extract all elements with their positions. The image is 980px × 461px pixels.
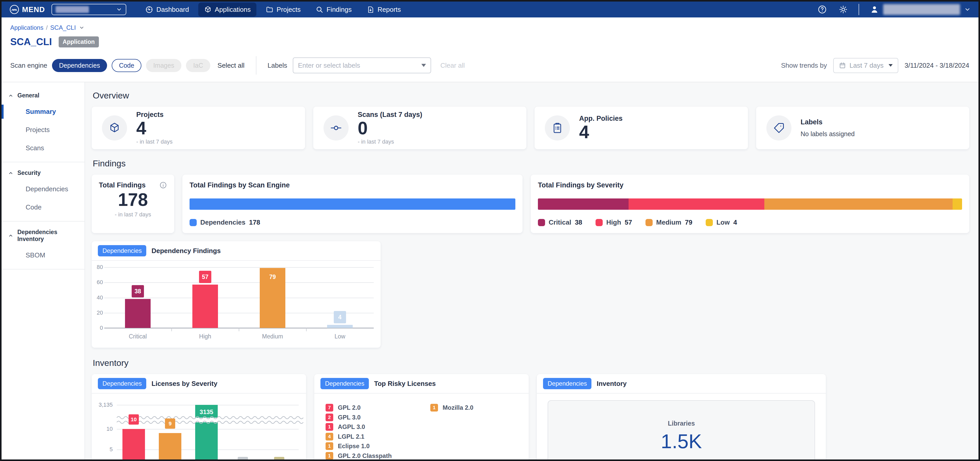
severity-segment-high: [628, 198, 764, 210]
risky-license-row: 1Mozilla 2.0: [430, 404, 473, 412]
app-window: MEND Dashboard Applications Projects Fin…: [0, 0, 980, 461]
nav-right: [818, 4, 971, 15]
projects-count: 4: [136, 119, 173, 137]
legend-swatch: [646, 219, 653, 226]
app-policies-count: 4: [579, 123, 623, 141]
nav-item-label: Reports: [377, 6, 401, 14]
nav-item-reports[interactable]: Reports: [361, 3, 407, 17]
help-icon[interactable]: [818, 5, 827, 14]
overview-section-title: Overview: [93, 91, 969, 100]
engine-bar: [189, 198, 515, 210]
clipboard-icon: [545, 115, 570, 140]
show-trends-label: Show trends by: [781, 62, 827, 70]
labels-label: Labels: [268, 62, 287, 70]
sidebar-group-dependencies-inventory[interactable]: Dependencies Inventory: [2, 225, 84, 246]
sidebar-group-security[interactable]: Security: [2, 166, 84, 180]
severity-stacked-bar: [538, 198, 962, 210]
license-name: GPL 2.0: [338, 404, 361, 411]
libraries-metric-box: Libraries 1.5K: [547, 400, 815, 459]
license-count-badge: 1: [326, 452, 333, 460]
dependencies-chip: Dependencies: [320, 378, 369, 389]
engine-pill-dependencies[interactable]: Dependencies: [52, 59, 107, 72]
license-count-badge: 7: [326, 404, 333, 412]
dropdown-caret-icon: [889, 64, 892, 67]
info-icon[interactable]: [159, 181, 167, 189]
dependencies-chip: Dependencies: [543, 378, 592, 389]
chevron-up-icon: [8, 93, 13, 98]
risky-license-row: 1GPL 2.0 Classpath: [326, 452, 391, 460]
license-name: Mozilla 2.0: [442, 404, 473, 411]
nav-item-label: Dashboard: [156, 6, 189, 14]
sidebar-item-sbom[interactable]: SBOM: [2, 246, 84, 264]
application-type-badge: Application: [59, 37, 99, 48]
chevron-down-icon[interactable]: [79, 25, 84, 30]
nav-item-dashboard[interactable]: Dashboard: [140, 3, 194, 17]
libraries-value: 1.5K: [661, 430, 702, 453]
legend-swatch: [706, 219, 713, 226]
dependency-findings-panel: Dependencies Dependency Findings 0204060…: [92, 241, 381, 348]
license-name: LGPL 2.1: [338, 433, 364, 440]
breadcrumb-applications[interactable]: Applications: [10, 24, 43, 31]
engine-pill-code[interactable]: Code: [112, 59, 142, 72]
org-selector[interactable]: [51, 4, 126, 15]
sidebar-item-dependencies[interactable]: Dependencies: [2, 180, 84, 198]
select-all-button[interactable]: Select all: [218, 62, 245, 70]
clear-all-button[interactable]: Clear all: [440, 62, 465, 70]
mend-logo-icon: [9, 4, 19, 14]
legend-item-critical: Critical38: [538, 219, 582, 227]
search-icon: [315, 6, 323, 14]
bar-high: [192, 285, 218, 328]
licenses-by-severity-chart: 3,1351050HighMediumLowUnknownNo License1…: [92, 394, 306, 459]
bar-value-label: 57: [199, 271, 211, 283]
top-risky-licenses-list: 7GPL 2.02GPL 3.01AGPL 3.04LGPL 2.11Eclip…: [314, 394, 529, 459]
sidebar-item-code[interactable]: Code: [2, 198, 84, 216]
breadcrumb-current[interactable]: SCA_CLI: [50, 24, 76, 31]
sidebar-group-general[interactable]: General: [2, 88, 84, 102]
dependencies-chip: Dependencies: [98, 245, 146, 257]
chevron-down-icon: [964, 6, 971, 13]
trend-period-value: Last 7 days: [850, 62, 884, 70]
applications-icon: [204, 6, 212, 14]
gear-icon[interactable]: [838, 5, 848, 14]
chevron-up-icon: [8, 171, 13, 175]
legend-item-dependencies: Dependencies 178: [189, 219, 260, 227]
sidebar-item-summary[interactable]: Summary: [2, 102, 84, 121]
trend-period-select[interactable]: Last 7 days: [833, 58, 899, 73]
sidebar-item-scans[interactable]: Scans: [2, 139, 84, 157]
nav-item-projects[interactable]: Projects: [260, 3, 306, 17]
divider: [256, 56, 256, 75]
mend-logo[interactable]: MEND: [9, 4, 45, 14]
bar-value-label: 4: [334, 311, 346, 323]
libraries-label: Libraries: [668, 420, 695, 427]
scan-icon: [323, 115, 348, 140]
scans-count: 0: [358, 119, 422, 137]
overview-card-labels: Labels No labels assigned: [756, 107, 969, 149]
no-labels-text: No labels assigned: [801, 130, 855, 138]
risky-license-row: 1Eclipse 1.0: [326, 442, 370, 450]
filter-bar: Scan engine Dependencies Code Images IaC…: [10, 56, 969, 82]
total-findings-value: 178: [99, 191, 167, 209]
folder-icon: [266, 6, 274, 14]
chevron-up-icon: [8, 233, 13, 238]
nav-item-applications[interactable]: Applications: [198, 3, 256, 17]
overview-card-app-policies: App. Policies 4: [535, 107, 748, 149]
risky-license-row: 7GPL 2.0: [326, 404, 361, 412]
sidebar-item-projects[interactable]: Projects: [2, 121, 84, 139]
legend-swatch: [189, 219, 197, 226]
bar-value-label: 9: [165, 418, 175, 429]
legend-item-low: Low4: [706, 219, 737, 227]
user-menu[interactable]: [870, 4, 971, 15]
legend-item-high: High57: [595, 219, 632, 227]
risky-license-row: 1AGPL 3.0: [326, 423, 365, 431]
engine-pill-images: Images: [146, 59, 181, 72]
licenses-by-severity-panel: Dependencies Licenses by Severity 3,1351…: [92, 374, 306, 459]
dropdown-caret-icon: [422, 64, 426, 67]
main-content: Overview Projects 4 - in last 7 days: [85, 82, 978, 459]
license-count-badge: 2: [326, 413, 333, 421]
breadcrumb: Applications / SCA_CLI: [10, 24, 969, 31]
nav-item-findings[interactable]: Findings: [310, 3, 357, 17]
org-name-redacted: [56, 6, 89, 13]
calendar-icon: [839, 62, 846, 69]
labels-input[interactable]: Enter or select labels: [293, 57, 431, 73]
severity-segment-medium: [764, 198, 953, 210]
